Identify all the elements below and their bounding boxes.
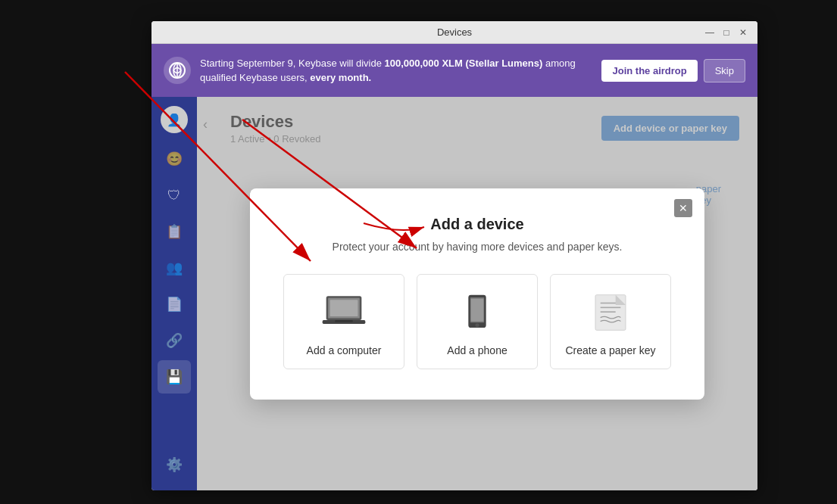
profile-icon: 😊 <box>166 151 183 167</box>
maximize-button[interactable]: □ <box>721 27 732 38</box>
user-avatar[interactable]: 👤 <box>161 106 188 133</box>
modal-title: Add a device <box>280 216 674 233</box>
skip-airdrop-button[interactable]: Skip <box>704 59 745 82</box>
create-paper-key-option[interactable]: Create a paper key <box>550 274 671 369</box>
airdrop-icon <box>164 57 191 84</box>
sidebar: 👤 😊 🛡 📋 👥 📄 🔗 💾 <box>151 97 197 490</box>
modal-close-button[interactable]: ✕ <box>674 199 692 217</box>
window-title: Devices <box>437 26 472 38</box>
svg-rect-7 <box>330 300 358 316</box>
add-device-modal: ✕ Add a device Protect your account by h… <box>250 188 704 400</box>
add-computer-label: Add a computer <box>307 344 382 356</box>
minimize-button[interactable]: — <box>704 27 715 38</box>
add-computer-option[interactable]: Add a computer <box>283 274 404 369</box>
svg-rect-6 <box>335 320 352 322</box>
device-options-container: Add a computer <box>280 274 674 369</box>
laptop-icon <box>317 290 371 335</box>
modal-backdrop: ✕ Add a device Protect your account by h… <box>197 97 757 490</box>
content-area: ‹ Devices 1 Active • 0 Revoked Add devic… <box>197 97 757 490</box>
avatar-icon: 👤 <box>167 113 182 127</box>
join-airdrop-button[interactable]: Join the airdrop <box>601 60 697 82</box>
sidebar-item-files[interactable]: 📋 <box>158 215 191 248</box>
window-close-button[interactable]: ✕ <box>738 27 748 38</box>
files-icon: 📋 <box>166 223 183 240</box>
add-phone-option[interactable]: Add a phone <box>417 274 538 369</box>
docs-icon: 📄 <box>166 296 183 313</box>
window-controls: — □ ✕ <box>704 27 748 38</box>
sidebar-item-settings[interactable]: ⚙️ <box>158 448 191 481</box>
sidebar-item-teams[interactable]: 👥 <box>158 251 191 285</box>
git-icon: 🔗 <box>166 332 183 349</box>
add-phone-label: Add a phone <box>447 344 507 356</box>
svg-rect-11 <box>471 298 484 321</box>
sidebar-item-devices[interactable]: 💾 <box>158 360 191 394</box>
settings-icon: ⚙️ <box>166 456 183 473</box>
sidebar-item-git[interactable]: 🔗 <box>158 324 191 357</box>
devices-icon: 💾 <box>166 369 183 385</box>
paper-key-icon <box>583 290 638 335</box>
airdrop-banner-text: Starting September 9, Keybase will divid… <box>200 56 592 86</box>
airdrop-action-buttons: Join the airdrop Skip <box>601 59 745 82</box>
svg-point-10 <box>476 323 479 327</box>
app-window: Devices — □ ✕ Starting September 9, Keyb… <box>151 21 757 490</box>
shield-icon: 🛡 <box>167 188 181 204</box>
sidebar-item-security[interactable]: 🛡 <box>158 179 191 212</box>
app-body: 👤 😊 🛡 📋 👥 📄 🔗 💾 <box>151 97 757 490</box>
sidebar-item-docs[interactable]: 📄 <box>158 288 191 321</box>
airdrop-banner: Starting September 9, Keybase will divid… <box>151 44 757 97</box>
create-paper-key-label: Create a paper key <box>565 344 655 356</box>
teams-icon: 👥 <box>166 260 183 276</box>
sidebar-item-profile[interactable]: 😊 <box>158 142 191 176</box>
title-bar: Devices — □ ✕ <box>151 21 757 44</box>
phone-icon <box>450 290 504 335</box>
modal-description: Protect your account by having more devi… <box>280 241 674 253</box>
